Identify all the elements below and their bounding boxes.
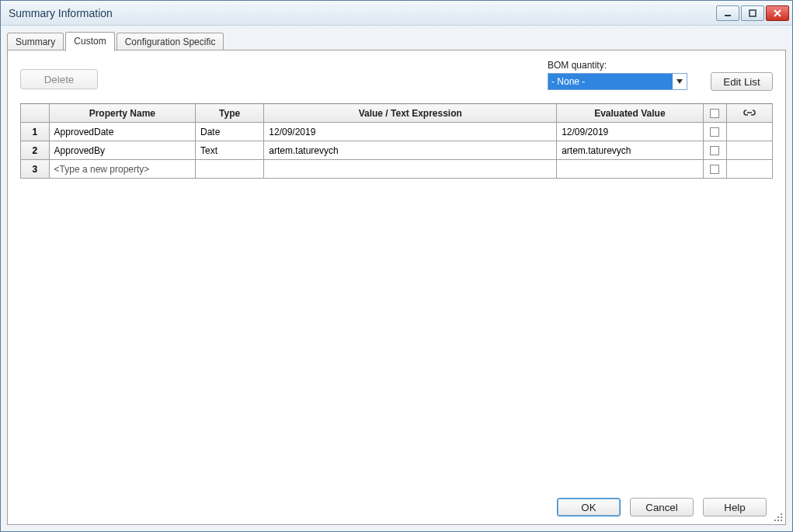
minimize-button[interactable] [716,5,739,21]
cell-property-name[interactable]: ApprovedDate [49,123,195,141]
bom-quantity-label: BOM quantity: [548,60,773,71]
row-number: 2 [21,141,50,160]
help-button[interactable]: Help [703,498,767,516]
cell-property-name[interactable]: <Type a new property> [49,160,195,179]
grid-header-link[interactable] [726,104,772,123]
link-icon [743,109,756,116]
row-number: 3 [21,160,50,179]
row-number: 1 [21,123,50,141]
cell-type[interactable]: Text [196,141,264,160]
cell-value[interactable]: artem.taturevych [264,141,557,160]
checkbox-icon [710,127,719,137]
grid-header-type[interactable]: Type [196,104,264,123]
titlebar: Summary Information [1,1,792,26]
tab-configuration-specific[interactable]: Configuration Specific [117,33,224,51]
cell-evaluated: 12/09/2019 [557,123,703,141]
close-icon [773,9,782,17]
cell-value[interactable] [264,160,557,179]
cell-link [726,141,772,160]
cell-type[interactable] [196,160,264,179]
checkbox-icon [710,146,719,155]
grid-header-evaluated[interactable]: Evaluated Value [557,104,703,123]
minimize-icon [724,9,732,17]
cell-value[interactable]: 12/09/2019 [264,123,557,141]
grid-header-value[interactable]: Value / Text Expression [264,104,557,123]
maximize-icon [749,9,756,17]
bom-quantity-select[interactable]: - None - [548,73,687,90]
svg-rect-1 [750,10,756,16]
chevron-down-icon [673,79,687,84]
cell-check[interactable] [703,123,726,141]
table-row[interactable]: 1 ApprovedDate Date 12/09/2019 12/09/201… [21,123,773,141]
checkbox-icon [710,109,719,118]
tab-summary[interactable]: Summary [7,33,64,51]
ok-button[interactable]: OK [557,498,621,516]
close-button[interactable] [766,5,789,21]
edit-list-button[interactable]: Edit List [711,72,773,91]
cell-type[interactable]: Date [196,123,264,141]
delete-button: Delete [20,69,98,89]
tab-bar: Summary Custom Configuration Specific [1,26,792,50]
cell-link [726,160,772,179]
cancel-button[interactable]: Cancel [630,498,694,516]
table-row[interactable]: 2 ApprovedBy Text artem.taturevych artem… [21,141,773,160]
top-controls: Delete BOM quantity: - None - Edit List [20,60,773,91]
window-title: Summary Information [9,7,716,19]
cell-evaluated: artem.taturevych [557,141,703,160]
dialog-window: Summary Information Summary Custom Confi… [0,0,793,532]
tab-panel-custom: Delete BOM quantity: - None - Edit List [7,50,786,525]
resize-grip[interactable] [771,510,784,523]
bom-group: BOM quantity: - None - Edit List [548,60,773,91]
properties-grid[interactable]: Property Name Type Value / Text Expressi… [20,103,773,179]
titlebar-buttons [716,5,789,21]
grid-header-check[interactable] [703,104,726,123]
cell-check[interactable] [703,141,726,160]
checkbox-icon [710,165,719,174]
tab-custom[interactable]: Custom [65,32,114,51]
grid-header-corner [21,104,50,123]
grid-header-property-name[interactable]: Property Name [49,104,195,123]
cell-check[interactable] [703,160,726,179]
svg-rect-0 [725,15,731,16]
dialog-footer: OK Cancel Help [557,498,767,516]
tab-underline [7,50,786,50]
maximize-button[interactable] [741,5,764,21]
bom-quantity-value: - None - [548,74,673,89]
cell-link [726,123,772,141]
cell-evaluated [557,160,703,179]
cell-property-name[interactable]: ApprovedBy [49,141,195,160]
table-row-new[interactable]: 3 <Type a new property> [21,160,773,179]
